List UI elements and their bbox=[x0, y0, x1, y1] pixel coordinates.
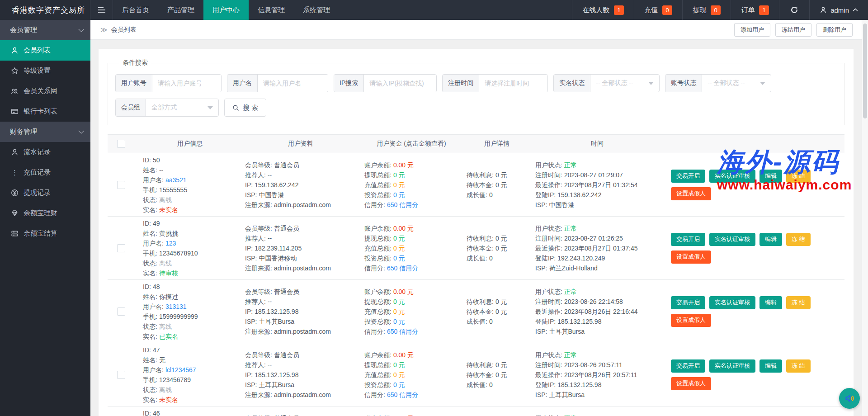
stat-orders[interactable]: 订单 1 bbox=[731, 0, 779, 20]
table-body: ID:50 姓名:-- 用户名:aa3521 手机:15555555 状态:离线… bbox=[108, 153, 844, 416]
topmenu-item-user-center[interactable]: 用户中心 bbox=[203, 0, 249, 20]
sidebar-item-member-list[interactable]: 会员列表 bbox=[0, 40, 90, 61]
user-details-cell: 待收利息:0 元 待收本金: 成长值: bbox=[458, 407, 527, 416]
sidebar-item-yuebao-invest[interactable]: 余额宝理财 bbox=[0, 203, 90, 223]
set-fake-user-button[interactable]: 设置成假人 bbox=[671, 377, 711, 390]
online-status: 离线 bbox=[159, 386, 172, 393]
recharge-amount[interactable]: 0 元 bbox=[393, 181, 405, 189]
recharge-amount[interactable]: 0 元 bbox=[393, 371, 405, 378]
admin-menu[interactable]: admin bbox=[809, 0, 868, 20]
table-row: ID:48 姓名:你摸过 用户名:313131 手机:15999999999 状… bbox=[108, 280, 844, 343]
add-user-button[interactable]: 添加用户 bbox=[734, 23, 770, 37]
realname-verify-button[interactable]: 实名认证审核 bbox=[709, 233, 755, 246]
trade-toggle-button[interactable]: 交易开启 bbox=[671, 359, 705, 373]
ip-search-input[interactable] bbox=[364, 75, 436, 92]
sidebar-item-bank-cards[interactable]: 银行卡列表 bbox=[0, 101, 90, 122]
sidebar-group-members[interactable]: 会员管理 bbox=[0, 20, 90, 40]
row-checkbox[interactable] bbox=[117, 307, 125, 316]
edit-button[interactable]: 编辑 bbox=[760, 170, 782, 183]
freeze-button[interactable]: 冻 结 bbox=[786, 233, 811, 246]
realname-status-select[interactable]: -- 全部状态 -- bbox=[590, 75, 659, 92]
edit-button[interactable]: 编辑 bbox=[760, 296, 782, 309]
scrollbar-track[interactable] bbox=[862, 20, 868, 416]
sidebar-item-level-settings[interactable]: 等级设置 bbox=[0, 61, 90, 81]
balance-amount[interactable]: 0.00 元 bbox=[393, 225, 414, 232]
withdraw-amount[interactable]: 0 元 bbox=[393, 298, 405, 305]
stat-label: 在线人数 bbox=[582, 6, 609, 14]
sidebar-item-recharge-records[interactable]: ⋮ 充值记录 bbox=[0, 162, 90, 183]
user-info-cell: ID:50 姓名:-- 用户名:aa3521 手机:15555555 状态:离线… bbox=[135, 153, 237, 216]
time-cell: 用户状态:正常 注册时间:2023-08-26 22:14:58 最近操作:20… bbox=[527, 280, 659, 343]
field-user-account: 用户账号 bbox=[115, 74, 222, 92]
username-input[interactable] bbox=[258, 75, 328, 92]
sidebar-group-finance[interactable]: 财务管理 bbox=[0, 122, 90, 142]
trade-toggle-button[interactable]: 交易开启 bbox=[671, 233, 705, 246]
account-status-select[interactable]: -- 全部状态 -- bbox=[702, 75, 771, 92]
set-fake-user-button[interactable]: 设置成假人 bbox=[671, 187, 711, 200]
balance-amount[interactable]: 0.00 元 bbox=[393, 288, 414, 295]
sidebar-item-relationship-network[interactable]: 会员关系网 bbox=[0, 81, 90, 101]
edit-button[interactable]: 编辑 bbox=[760, 233, 782, 246]
sidebar-item-transaction-records[interactable]: 流水记录 bbox=[0, 142, 90, 162]
freeze-user-button[interactable]: 冻结用户 bbox=[775, 23, 811, 37]
stat-badge: 1 bbox=[614, 5, 624, 15]
register-time-input[interactable] bbox=[479, 75, 547, 92]
trade-toggle-button[interactable]: 交易开启 bbox=[671, 170, 705, 183]
username-link[interactable]: aa3521 bbox=[165, 176, 187, 184]
chevron-up-icon bbox=[853, 8, 858, 12]
username-link[interactable]: 123 bbox=[165, 240, 176, 247]
invest-amount[interactable]: 0 元 bbox=[393, 255, 405, 262]
topmenu-item-home[interactable]: 后台首页 bbox=[113, 0, 158, 20]
credit-score[interactable]: 650 信用分 bbox=[387, 391, 418, 398]
balance-amount[interactable]: 0.00 元 bbox=[393, 415, 414, 416]
topmenu-item-system[interactable]: 系统管理 bbox=[294, 0, 339, 20]
invest-amount[interactable]: 0 元 bbox=[393, 191, 405, 199]
invest-amount[interactable]: 0 元 bbox=[393, 318, 405, 325]
withdraw-amount[interactable]: 0 元 bbox=[393, 235, 405, 242]
audio-toggle-button[interactable] bbox=[839, 388, 860, 409]
username-link[interactable]: 313131 bbox=[165, 303, 187, 310]
recharge-amount[interactable]: 0 元 bbox=[393, 245, 405, 252]
realname-verify-button[interactable]: 实名认证审核 bbox=[709, 359, 755, 373]
freeze-button[interactable]: 冻 结 bbox=[786, 170, 811, 183]
topmenu-item-info[interactable]: 信息管理 bbox=[249, 0, 294, 20]
invest-amount[interactable]: 0 元 bbox=[393, 381, 405, 388]
credit-score[interactable]: 650 信用分 bbox=[387, 201, 418, 208]
sidebar-toggle-button[interactable] bbox=[90, 0, 113, 20]
field-username: 用户名 bbox=[227, 74, 328, 92]
set-fake-user-button[interactable]: 设置成假人 bbox=[671, 314, 711, 327]
realname-verify-button[interactable]: 实名认证审核 bbox=[709, 170, 755, 183]
withdraw-amount[interactable]: 0 元 bbox=[393, 171, 405, 179]
select-all-checkbox[interactable] bbox=[117, 140, 125, 148]
admin-username: admin bbox=[830, 6, 849, 14]
freeze-button[interactable]: 冻 结 bbox=[786, 296, 811, 309]
edit-button[interactable]: 编辑 bbox=[760, 359, 782, 373]
stat-recharge[interactable]: 充值 0 bbox=[634, 0, 682, 20]
trade-toggle-button[interactable]: 交易开启 bbox=[671, 296, 705, 309]
delete-user-button[interactable]: 删除用户 bbox=[816, 23, 853, 37]
set-fake-user-button[interactable]: 设置成假人 bbox=[671, 251, 711, 264]
recharge-amount[interactable]: 0 元 bbox=[393, 308, 405, 315]
user-account-input[interactable] bbox=[152, 75, 221, 92]
sidebar-item-withdraw-records[interactable]: 提现记录 bbox=[0, 183, 90, 203]
stat-withdraw[interactable]: 提现 0 bbox=[682, 0, 731, 20]
realname-verify-button[interactable]: 实名认证审核 bbox=[709, 296, 755, 309]
topmenu-item-products[interactable]: 产品管理 bbox=[158, 0, 203, 20]
username-link[interactable]: lcl1234567 bbox=[165, 366, 196, 373]
user-funds-cell: 账户余额:0.00 元 提现总额:0 元 充值总额:0 元 投资总额:0 元 信… bbox=[356, 280, 458, 343]
row-checkbox[interactable] bbox=[117, 181, 125, 189]
member-group-select[interactable]: 全部方式 bbox=[146, 99, 218, 116]
withdraw-amount[interactable]: 0 元 bbox=[393, 361, 405, 369]
stat-online-users[interactable]: 在线人数 1 bbox=[572, 0, 634, 20]
scrollbar-thumb[interactable] bbox=[863, 24, 867, 118]
row-checkbox[interactable] bbox=[117, 244, 125, 252]
row-checkbox[interactable] bbox=[117, 371, 125, 379]
refresh-button[interactable] bbox=[779, 0, 809, 20]
credit-score[interactable]: 650 信用分 bbox=[387, 328, 418, 335]
balance-amount[interactable]: 0.00 元 bbox=[393, 161, 414, 169]
sidebar-item-yuebao-settlement[interactable]: 余额宝结算 bbox=[0, 223, 90, 244]
freeze-button[interactable]: 冻 结 bbox=[786, 359, 811, 373]
balance-amount[interactable]: 0.00 元 bbox=[393, 351, 414, 359]
search-button[interactable]: 搜 索 bbox=[224, 99, 266, 117]
credit-score[interactable]: 650 信用分 bbox=[387, 265, 418, 272]
